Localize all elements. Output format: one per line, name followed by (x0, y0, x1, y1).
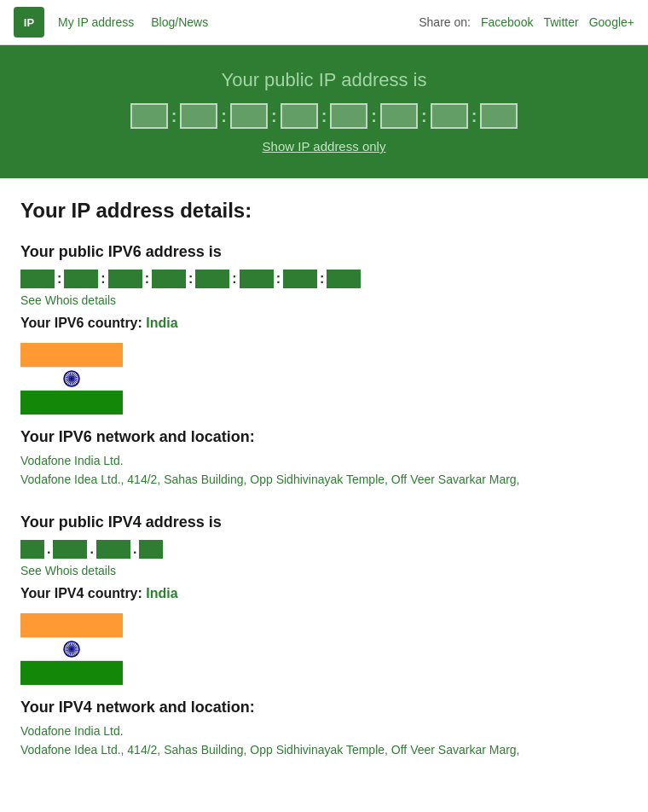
nav-my-ip[interactable]: My IP address (58, 15, 134, 29)
ipv6-seg-7 (283, 270, 317, 288)
ipv6-seg-6 (240, 270, 274, 288)
share-twitter[interactable]: Twitter (543, 15, 578, 29)
ip-block-6 (380, 103, 418, 129)
ipv6-country-label: Your IPV6 country: India (20, 316, 628, 331)
ipv6-network-title: Your IPV6 network and location: (20, 428, 628, 446)
ipv6-section: Your public IPV6 address is : : : : : : … (20, 243, 628, 490)
ipv6-isp: Vodafone India Ltd. (20, 451, 628, 470)
ipv4-whois-link[interactable]: See Whois details (20, 564, 628, 577)
ipv4-flag-orange-stripe (20, 613, 123, 637)
flag-green-stripe (20, 391, 123, 415)
share-bar: Share on: Facebook Twitter Google+ (419, 15, 634, 29)
ipv6-seg-4 (152, 270, 186, 288)
flag-white-stripe (20, 367, 123, 391)
ip-block-2 (180, 103, 217, 129)
ipv6-country-value: India (146, 316, 177, 330)
flag-orange-stripe (20, 343, 123, 367)
show-ip-link[interactable]: Show IP address only (263, 139, 386, 154)
ipv6-seg-2 (64, 270, 98, 288)
ip-block-4 (281, 103, 318, 129)
ipv6-seg-8 (327, 270, 361, 288)
nav-blog[interactable]: Blog/News (151, 15, 208, 29)
svg-point-1 (70, 377, 73, 380)
ipv4-seg-3 (96, 540, 130, 559)
ipv6-title: Your public IPV6 address is (20, 243, 628, 261)
ipv4-seg-1 (20, 540, 44, 559)
ipv6-seg-5 (195, 270, 229, 288)
share-facebook[interactable]: Facebook (481, 15, 533, 29)
main-nav: My IP address Blog/News (58, 15, 419, 29)
ip-block-8 (480, 103, 518, 129)
main-content: Your IP address details: Your public IPV… (0, 178, 648, 804)
ipv4-isp: Vodafone India Ltd. (20, 722, 628, 740)
share-label: Share on: (419, 15, 471, 29)
site-logo: IP (14, 7, 44, 38)
ipv6-whois-link[interactable]: See Whois details (20, 293, 628, 307)
hero-title: Your public IP address is (17, 69, 631, 91)
ip-block-1 (130, 103, 168, 129)
section-title: Your IP address details: (20, 199, 628, 223)
ipv6-seg-1 (20, 270, 55, 288)
ipv4-title: Your public IPV4 address is (20, 513, 628, 531)
ipv4-flag-green-stripe (20, 661, 123, 685)
hero-banner: Your public IP address is : : : : : : : … (0, 45, 648, 178)
ipv4-india-flag (20, 613, 123, 685)
ipv4-seg-4 (139, 540, 163, 559)
ipv6-network-section: Your IPV6 network and location: Vodafone… (20, 428, 628, 490)
ipv6-seg-3 (108, 270, 142, 288)
ipv4-network-section: Your IPV4 network and location: Vodafone… (20, 699, 628, 760)
header: IP My IP address Blog/News Share on: Fac… (0, 0, 648, 45)
share-googleplus[interactable]: Google+ (589, 15, 634, 29)
ip-block-3 (230, 103, 268, 129)
svg-point-27 (70, 647, 73, 651)
ipv4-address: Vodafone Idea Ltd., 414/2, Sahas Buildin… (20, 740, 628, 759)
ip-block-7 (431, 103, 468, 129)
ip-block-5 (330, 103, 367, 129)
ipv6-address: Vodafone Idea Ltd., 414/2, Sahas Buildin… (20, 470, 628, 489)
ipv6-address-row: : : : : : : : (20, 270, 628, 288)
ipv4-network-title: Your IPV4 network and location: (20, 699, 628, 716)
ipv4-flag-white-stripe (20, 637, 123, 661)
ipv4-country-label: Your IPV4 country: India (20, 586, 628, 601)
ipv6-india-flag (20, 343, 123, 415)
ipv4-seg-2 (53, 540, 87, 559)
ipv4-section: Your public IPV4 address is . . . See Wh… (20, 513, 628, 760)
ipv4-ashoka-chakra-icon (62, 640, 81, 658)
ip-display: : : : : : : : (17, 103, 631, 129)
ipv4-country-value: India (146, 586, 177, 600)
ipv4-address-row: . . . (20, 540, 628, 559)
ashoka-chakra-icon (62, 369, 81, 388)
